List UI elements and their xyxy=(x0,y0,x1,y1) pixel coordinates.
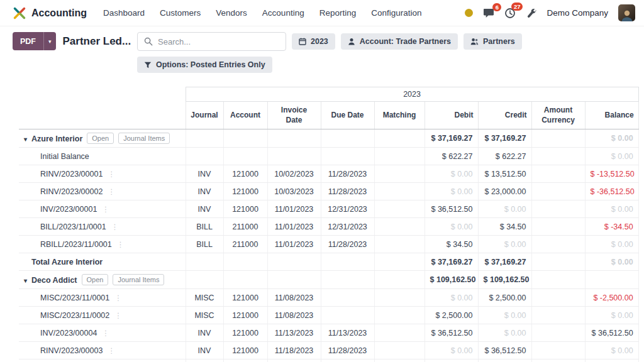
user-avatar[interactable] xyxy=(618,4,635,21)
kebab-menu-icon[interactable]: ⋮ xyxy=(114,312,122,319)
cell-amount-currency xyxy=(531,218,585,236)
nav-item-dashboard[interactable]: Dashboard xyxy=(103,8,145,18)
caret-down-icon[interactable]: ▾ xyxy=(24,277,27,284)
nav-item-reporting[interactable]: Reporting xyxy=(319,8,357,18)
cell-amount-currency xyxy=(531,165,585,183)
tools-button[interactable] xyxy=(526,8,536,18)
column-header-journal: Journal xyxy=(186,102,223,129)
search-input[interactable] xyxy=(158,37,279,47)
activities-button[interactable]: 27 xyxy=(504,8,516,19)
cell-due-date xyxy=(321,148,374,165)
app-switcher[interactable]: Accounting xyxy=(13,6,87,20)
cell-debit: $ 0.00 xyxy=(425,183,478,200)
cell-invoice-date: 11/01/2023 xyxy=(267,218,321,236)
cell-label: RINV/2023/00002⋮ xyxy=(19,183,186,200)
period-header: 2023 xyxy=(186,87,638,102)
options-filter-button[interactable]: Options: Posted Entries Only xyxy=(137,57,272,73)
cell-balance: $ -13,512.50 xyxy=(585,165,638,183)
line-label[interactable]: RINV/2023/00001 xyxy=(40,170,103,178)
column-header-row: JournalAccountInvoice DateDue DateMatchi… xyxy=(19,102,638,129)
cell-account: 121000 xyxy=(223,342,267,359)
period-header-row: 2023 xyxy=(19,87,638,102)
cell-due-date xyxy=(321,129,374,148)
nav-item-customers[interactable]: Customers xyxy=(160,8,201,18)
cell-amount-currency xyxy=(531,236,585,253)
control-panel-left: PDF ▾ Partner Led... xyxy=(13,32,137,50)
journal-items-button[interactable]: Journal Items xyxy=(118,133,170,144)
nav-menu: DashboardCustomersVendorsAccountingRepor… xyxy=(103,8,422,18)
line-label[interactable]: INV/2023/00001 xyxy=(40,205,97,214)
ledger-line-row: RINV/2023/00003⋮INV12100011/18/202311/28… xyxy=(19,342,638,359)
ledger-line-row: MISC/2023/11/0002⋮MISC12100011/08/2023$ … xyxy=(19,307,638,324)
pdf-button[interactable]: PDF xyxy=(13,32,43,50)
pdf-split-button: PDF ▾ xyxy=(13,32,56,50)
kebab-menu-icon[interactable]: ⋮ xyxy=(102,329,109,337)
cell-credit: $ 36,512.50 xyxy=(478,342,531,359)
nav-item-vendors[interactable]: Vendors xyxy=(216,8,247,18)
line-label[interactable]: RINV/2023/00003 xyxy=(40,346,103,355)
date-filter-button[interactable]: 2023 xyxy=(292,33,335,50)
open-button[interactable]: Open xyxy=(82,274,109,285)
cell-balance: $ 22,137.50 xyxy=(585,359,638,362)
cell-debit: $ 37,169.27 xyxy=(425,253,478,271)
activity-indicator[interactable] xyxy=(465,9,473,17)
cell-invoice-date xyxy=(267,271,321,289)
cell-invoice-date: 11/01/2023 xyxy=(267,236,321,253)
line-label[interactable]: RINV/2023/00002 xyxy=(40,187,103,196)
kebab-menu-icon[interactable]: ⋮ xyxy=(114,294,122,302)
column-header-amount-currency: Amount Currency xyxy=(531,102,585,129)
cell-credit: $ 23,000.00 xyxy=(478,183,531,200)
column-header-label xyxy=(19,102,186,129)
cell-journal: MISC xyxy=(186,307,223,324)
line-label[interactable]: RBILL/2023/11/0001 xyxy=(40,240,112,249)
cell-matching xyxy=(374,236,425,253)
wrench-icon xyxy=(526,8,536,18)
cell-journal xyxy=(186,271,223,289)
pdf-dropdown-toggle[interactable]: ▾ xyxy=(43,32,56,50)
nav-item-configuration[interactable]: Configuration xyxy=(371,8,421,18)
open-button[interactable]: Open xyxy=(87,133,114,144)
line-label[interactable]: MISC/2023/11/0001 xyxy=(40,293,109,302)
kebab-menu-icon[interactable]: ⋮ xyxy=(102,206,109,213)
kebab-menu-icon[interactable]: ⋮ xyxy=(108,170,115,178)
partners-filter-button[interactable]: Partners xyxy=(464,33,522,50)
line-label[interactable]: BILL/2023/11/0001 xyxy=(40,222,106,231)
line-label[interactable]: INV/2023/00004 xyxy=(40,329,97,337)
cell-label: MISC/2023/11/0002⋮ xyxy=(19,307,186,324)
nav-item-accounting[interactable]: Accounting xyxy=(262,8,304,18)
kebab-menu-icon[interactable]: ⋮ xyxy=(108,188,115,195)
app-window: Accounting DashboardCustomersVendorsAcco… xyxy=(0,0,644,362)
journal-items-button[interactable]: Journal Items xyxy=(113,274,164,285)
account-filter-button[interactable]: Account: Trade Partners xyxy=(341,33,458,50)
kebab-menu-icon[interactable]: ⋮ xyxy=(111,223,119,231)
cell-account xyxy=(223,253,267,271)
cell-journal: BILL xyxy=(186,218,223,236)
line-label[interactable]: MISC/2023/11/0002 xyxy=(40,311,109,320)
cell-account: 121000 xyxy=(223,165,267,183)
partner-name[interactable]: Deco Addict xyxy=(31,276,77,285)
caret-down-icon[interactable]: ▾ xyxy=(24,136,27,143)
options-filter-label: Options: Posted Entries Only xyxy=(156,60,265,69)
messages-button[interactable]: 6 xyxy=(483,8,494,18)
partners-filter-label: Partners xyxy=(483,37,515,46)
kebab-menu-icon[interactable]: ⋮ xyxy=(108,347,115,354)
cell-due-date: 11/13/2023 xyxy=(321,324,374,342)
company-switcher[interactable]: Demo Company xyxy=(547,8,608,18)
ledger-line-row: INV/2023/00003⋮INV12100011/25/202311/28/… xyxy=(19,359,638,362)
cell-due-date xyxy=(321,253,374,271)
cell-label: INV/2023/00003⋮ xyxy=(19,359,186,362)
cell-journal: INV xyxy=(186,324,223,342)
partner-name[interactable]: Azure Interior xyxy=(31,134,82,143)
calendar-icon xyxy=(299,38,306,45)
cell-matching xyxy=(374,218,425,236)
cell-invoice-date: 10/03/2023 xyxy=(267,183,321,200)
cell-due-date xyxy=(321,289,374,307)
cell-matching xyxy=(374,307,425,324)
kebab-menu-icon[interactable]: ⋮ xyxy=(117,241,125,248)
cell-matching xyxy=(374,253,425,271)
cell-matching xyxy=(374,342,425,359)
cell-account xyxy=(223,129,267,148)
cell-journal: INV xyxy=(186,200,223,218)
cell-account: 121000 xyxy=(223,307,267,324)
period-spacer xyxy=(19,87,186,102)
